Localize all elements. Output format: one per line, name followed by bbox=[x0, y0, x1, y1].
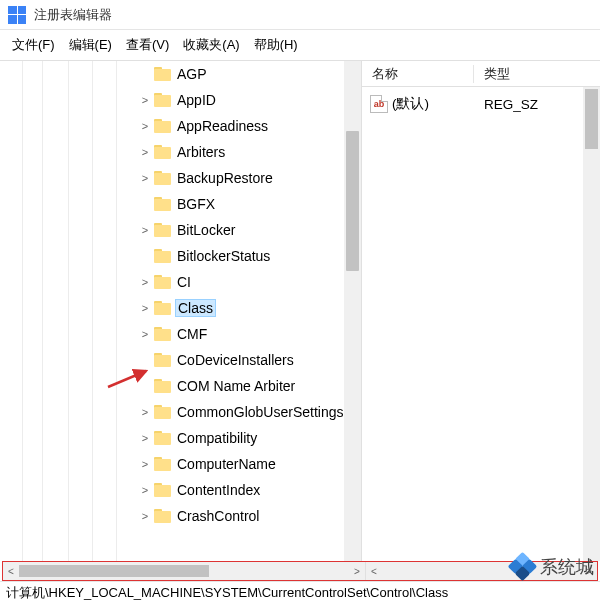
window-title: 注册表编辑器 bbox=[34, 6, 112, 24]
tree-item-codeviceinstallers[interactable]: CoDeviceInstallers bbox=[0, 347, 361, 373]
value-type: REG_SZ bbox=[472, 97, 538, 112]
folder-icon bbox=[154, 405, 171, 419]
app-icon bbox=[8, 6, 26, 24]
values-horizontal-scrollbar[interactable]: < > bbox=[365, 562, 597, 580]
folder-icon bbox=[154, 67, 171, 81]
folder-icon bbox=[154, 301, 171, 315]
expander-icon[interactable]: > bbox=[138, 406, 152, 418]
value-name: (默认) bbox=[392, 95, 472, 113]
registry-editor-window: 注册表编辑器 文件(F) 编辑(E) 查看(V) 收藏夹(A) 帮助(H) AG… bbox=[0, 0, 600, 600]
values-list: ab(默认)REG_SZ bbox=[362, 87, 600, 121]
scrollbar-thumb[interactable] bbox=[585, 89, 598, 149]
expander-icon[interactable]: > bbox=[138, 120, 152, 132]
tree-item-agp[interactable]: AGP bbox=[0, 61, 361, 87]
horizontal-scroll-zone: < > < > bbox=[2, 561, 598, 581]
menu-file[interactable]: 文件(F) bbox=[12, 36, 55, 54]
folder-icon bbox=[154, 483, 171, 497]
string-value-icon: ab bbox=[370, 95, 388, 113]
values-pane[interactable]: 名称 类型 ab(默认)REG_SZ bbox=[362, 61, 600, 561]
tree-item-bgfx[interactable]: BGFX bbox=[0, 191, 361, 217]
tree-item-label: CoDeviceInstallers bbox=[176, 352, 295, 368]
tree-item-backuprestore[interactable]: >BackupRestore bbox=[0, 165, 361, 191]
tree-item-appreadiness[interactable]: >AppReadiness bbox=[0, 113, 361, 139]
values-header: 名称 类型 bbox=[362, 61, 600, 87]
folder-icon bbox=[154, 275, 171, 289]
expander-icon[interactable]: > bbox=[138, 94, 152, 106]
menu-favorites[interactable]: 收藏夹(A) bbox=[183, 36, 239, 54]
tree-item-label: COM Name Arbiter bbox=[176, 378, 296, 394]
scrollbar-thumb[interactable] bbox=[346, 131, 359, 271]
values-vertical-scrollbar[interactable] bbox=[583, 87, 600, 561]
tree-item-label: CMF bbox=[176, 326, 208, 342]
folder-icon bbox=[154, 223, 171, 237]
tree-item-label: AGP bbox=[176, 66, 208, 82]
folder-icon bbox=[154, 509, 171, 523]
tree-item-label: Class bbox=[176, 300, 215, 316]
expander-icon[interactable]: > bbox=[138, 328, 152, 340]
expander-icon[interactable]: > bbox=[138, 146, 152, 158]
expander-icon[interactable]: > bbox=[138, 458, 152, 470]
column-header-type[interactable]: 类型 bbox=[474, 65, 600, 83]
expander-icon[interactable]: > bbox=[138, 432, 152, 444]
tree-item-label: BitlockerStatus bbox=[176, 248, 271, 264]
tree-item-appid[interactable]: >AppID bbox=[0, 87, 361, 113]
tree-item-bitlocker[interactable]: >BitLocker bbox=[0, 217, 361, 243]
folder-icon bbox=[154, 379, 171, 393]
folder-icon bbox=[154, 249, 171, 263]
menu-help[interactable]: 帮助(H) bbox=[254, 36, 298, 54]
expander-icon[interactable]: > bbox=[138, 484, 152, 496]
folder-icon bbox=[154, 145, 171, 159]
tree-item-label: ContentIndex bbox=[176, 482, 261, 498]
tree-item-arbiters[interactable]: >Arbiters bbox=[0, 139, 361, 165]
scroll-right-icon[interactable]: > bbox=[349, 566, 365, 577]
tree-list: AGP>AppID>AppReadiness>Arbiters>BackupRe… bbox=[0, 61, 361, 529]
tree-item-cmf[interactable]: >CMF bbox=[0, 321, 361, 347]
tree-item-class[interactable]: >Class bbox=[0, 295, 361, 321]
tree-item-ci[interactable]: >CI bbox=[0, 269, 361, 295]
tree-item-commonglobusersettings[interactable]: >CommonGlobUserSettings bbox=[0, 399, 361, 425]
tree-item-bitlockerstatus[interactable]: BitlockerStatus bbox=[0, 243, 361, 269]
menubar: 文件(F) 编辑(E) 查看(V) 收藏夹(A) 帮助(H) bbox=[0, 30, 600, 61]
tree-item-contentindex[interactable]: >ContentIndex bbox=[0, 477, 361, 503]
tree-item-label: BackupRestore bbox=[176, 170, 274, 186]
tree-item-label: ComputerName bbox=[176, 456, 277, 472]
folder-icon bbox=[154, 327, 171, 341]
tree-item-label: BitLocker bbox=[176, 222, 236, 238]
tree-item-com-name-arbiter[interactable]: COM Name Arbiter bbox=[0, 373, 361, 399]
tree-vertical-scrollbar[interactable] bbox=[344, 61, 361, 561]
expander-icon[interactable]: > bbox=[138, 302, 152, 314]
scroll-left-icon[interactable]: < bbox=[3, 566, 19, 577]
folder-icon bbox=[154, 353, 171, 367]
menu-view[interactable]: 查看(V) bbox=[126, 36, 169, 54]
titlebar: 注册表编辑器 bbox=[0, 0, 600, 30]
scrollbar-thumb[interactable] bbox=[19, 565, 209, 577]
tree-item-label: AppID bbox=[176, 92, 217, 108]
tree-item-label: CommonGlobUserSettings bbox=[176, 404, 345, 420]
tree-item-compatibility[interactable]: >Compatibility bbox=[0, 425, 361, 451]
tree-item-crashcontrol[interactable]: >CrashControl bbox=[0, 503, 361, 529]
tree-item-label: Compatibility bbox=[176, 430, 258, 446]
scroll-right-icon[interactable]: > bbox=[581, 566, 597, 577]
tree-item-label: BGFX bbox=[176, 196, 216, 212]
tree-item-label: AppReadiness bbox=[176, 118, 269, 134]
folder-icon bbox=[154, 457, 171, 471]
folder-icon bbox=[154, 197, 171, 211]
expander-icon[interactable]: > bbox=[138, 510, 152, 522]
folder-icon bbox=[154, 171, 171, 185]
tree-item-label: CI bbox=[176, 274, 192, 290]
expander-icon[interactable]: > bbox=[138, 276, 152, 288]
expander-icon[interactable]: > bbox=[138, 224, 152, 236]
folder-icon bbox=[154, 119, 171, 133]
menu-edit[interactable]: 编辑(E) bbox=[69, 36, 112, 54]
folder-icon bbox=[154, 93, 171, 107]
value-row[interactable]: ab(默认)REG_SZ bbox=[362, 91, 600, 117]
column-header-name[interactable]: 名称 bbox=[362, 65, 474, 83]
expander-icon[interactable]: > bbox=[138, 172, 152, 184]
scroll-left-icon[interactable]: < bbox=[366, 566, 382, 577]
address-bar[interactable]: 计算机\HKEY_LOCAL_MACHINE\SYSTEM\CurrentCon… bbox=[0, 581, 600, 600]
tree-horizontal-scrollbar[interactable]: < > bbox=[3, 562, 365, 580]
client-area: AGP>AppID>AppReadiness>Arbiters>BackupRe… bbox=[0, 61, 600, 561]
tree-pane[interactable]: AGP>AppID>AppReadiness>Arbiters>BackupRe… bbox=[0, 61, 362, 561]
tree-item-label: CrashControl bbox=[176, 508, 260, 524]
tree-item-computername[interactable]: >ComputerName bbox=[0, 451, 361, 477]
